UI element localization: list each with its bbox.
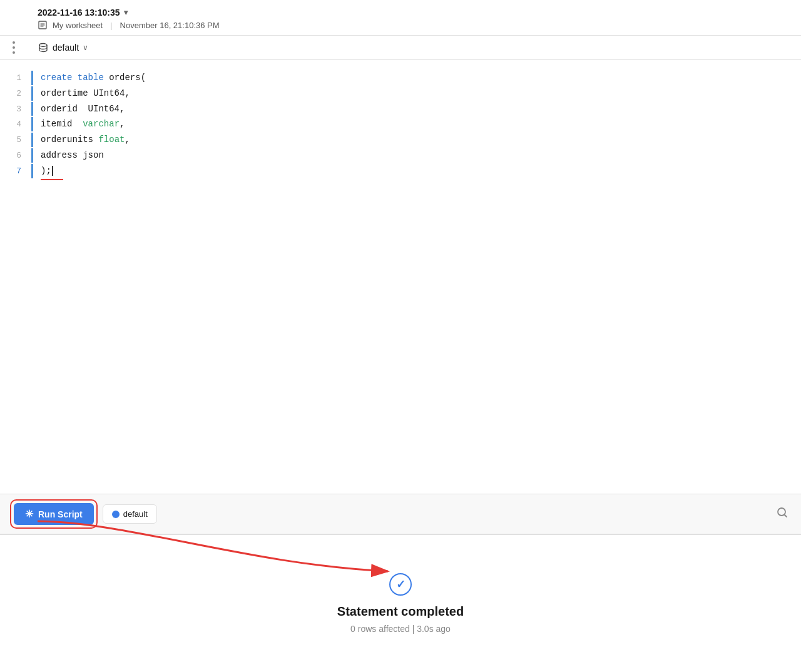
timestamp-row: 2022-11-16 13:10:35 ▾ xyxy=(38,8,788,18)
code-editor[interactable]: 1 create table orders( 2 ordertime UInt6… xyxy=(0,60,801,494)
line-bar-5 xyxy=(31,133,33,147)
line-content-7: ); xyxy=(41,164,53,178)
worksheet-name: My worksheet xyxy=(53,21,103,30)
bottom-toolbar: ✳ Run Script default xyxy=(0,494,801,534)
code-line-5: 5 orderunits float, xyxy=(0,132,801,148)
line-num-1: 1 xyxy=(0,72,31,85)
line-content-4: itemid varchar, xyxy=(41,117,125,131)
run-script-container: ✳ Run Script xyxy=(10,499,98,529)
worksheet-row: My worksheet | November 16, 21:10:36 PM xyxy=(38,20,788,30)
line-bar-2 xyxy=(31,86,33,101)
editor-section: 1 create table orders( 2 ordertime UInt6… xyxy=(0,60,801,494)
line-bar-4 xyxy=(31,117,33,131)
code-line-3: 3 orderid UInt64, xyxy=(0,101,801,117)
run-script-button[interactable]: ✳ Run Script xyxy=(14,503,94,525)
timestamp-chevron-icon[interactable]: ▾ xyxy=(124,8,128,17)
tab-dot-icon xyxy=(112,511,120,518)
line-content-6: address json xyxy=(41,148,104,162)
code-line-7: 7 ); xyxy=(0,163,801,179)
line-bar-6 xyxy=(31,148,33,163)
header-date: November 16, 21:10:36 PM xyxy=(120,21,220,30)
db-selector[interactable]: default ∨ xyxy=(38,42,88,53)
main-container: 2022-11-16 13:10:35 ▾ My worksheet | Nov… xyxy=(0,0,801,672)
line-content-1: create table orders( xyxy=(41,71,146,84)
line-content-5: orderunits float, xyxy=(41,133,130,146)
line-num-6: 6 xyxy=(0,150,31,163)
top-header: 2022-11-16 13:10:35 ▾ My worksheet | Nov… xyxy=(0,0,801,36)
db-name: default xyxy=(53,43,79,53)
default-tab[interactable]: default xyxy=(103,504,157,524)
run-script-label: Run Script xyxy=(38,509,83,519)
check-mark: ✓ xyxy=(396,578,406,591)
line-content-2: ordertime UInt64, xyxy=(41,86,130,100)
line-num-2: 2 xyxy=(0,88,31,101)
results-section: ✓ Statement completed 0 rows affected | … xyxy=(0,534,801,672)
db-chevron-icon: ∨ xyxy=(83,43,88,52)
line-num-4: 4 xyxy=(0,118,31,131)
search-icon[interactable] xyxy=(776,506,788,522)
statement-completed-text: Statement completed xyxy=(337,604,464,619)
code-line-1: 1 create table orders( xyxy=(0,70,801,86)
db-icon xyxy=(38,42,49,53)
line-num-3: 3 xyxy=(0,103,31,116)
sidebar-menu-button[interactable] xyxy=(13,41,15,54)
rows-affected-text: 0 rows affected | 3.0s ago xyxy=(350,624,451,634)
svg-point-1 xyxy=(39,44,47,47)
line-bar-3 xyxy=(31,102,33,116)
worksheet-icon xyxy=(38,20,48,30)
code-line-6: 6 address json xyxy=(0,148,801,163)
tab-label: default xyxy=(123,509,148,519)
run-script-highlight: ✳ Run Script xyxy=(10,499,98,529)
code-line-4: 4 itemid varchar, xyxy=(0,116,801,132)
check-circle-icon: ✓ xyxy=(389,573,412,596)
line-content-3: orderid UInt64, xyxy=(41,102,125,116)
db-bar: default ∨ xyxy=(0,36,801,60)
line-bar-7 xyxy=(31,164,33,178)
header-separator: | xyxy=(110,21,112,30)
line-bar-1 xyxy=(31,71,33,85)
line-num-7: 7 xyxy=(0,165,31,178)
run-icon: ✳ xyxy=(25,508,33,520)
line-num-5: 5 xyxy=(0,134,31,147)
code-line-2: 2 ordertime UInt64, xyxy=(0,86,801,101)
timestamp-text: 2022-11-16 13:10:35 xyxy=(38,8,120,18)
